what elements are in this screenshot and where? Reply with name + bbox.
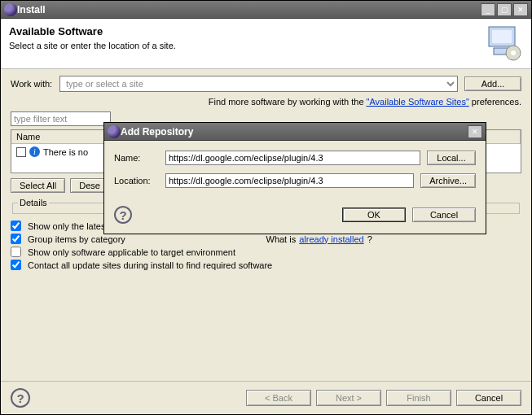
eclipse-icon (108, 125, 121, 138)
dialog-close-button[interactable]: ✕ (468, 125, 482, 138)
wizard-header: Available Software Select a site or ente… (1, 19, 531, 69)
main-titlebar: Install _ ▢ ✕ (1, 1, 531, 19)
dialog-title: Add Repository (121, 126, 466, 138)
page-subtitle: Select a site or enter the location of a… (9, 41, 482, 50)
install-banner-icon (482, 25, 523, 62)
info-icon: i (29, 146, 40, 157)
page-title: Available Software (9, 25, 482, 37)
row-checkbox[interactable] (16, 147, 26, 157)
finish-button[interactable]: Finish (386, 390, 451, 406)
wizard-footer: ? < Back Next > Finish Cancel (1, 381, 531, 414)
check-contact-sites[interactable]: Contact all update sites during install … (11, 260, 521, 270)
location-field[interactable] (165, 173, 414, 188)
work-with-combo[interactable]: type or select a site (59, 76, 458, 92)
location-label: Location: (114, 176, 159, 186)
help-icon[interactable]: ? (11, 388, 30, 408)
name-label: Name: (114, 153, 159, 163)
maximize-button[interactable]: ▢ (497, 3, 512, 16)
check-group-category[interactable]: Group items by category (11, 234, 266, 244)
cancel-button[interactable]: Cancel (456, 390, 521, 406)
row-message: There is no (43, 147, 88, 157)
close-button[interactable]: ✕ (513, 3, 528, 16)
eclipse-icon (4, 3, 17, 16)
software-sites-hint: Find more software by working with the "… (11, 97, 521, 107)
already-installed-link[interactable]: already installed (299, 234, 364, 244)
svg-rect-1 (492, 30, 512, 43)
local-button[interactable]: Local... (427, 151, 476, 165)
ok-button[interactable]: OK (342, 208, 406, 222)
check-target-env[interactable]: Show only software applicable to target … (11, 247, 521, 257)
dialog-cancel-button[interactable]: Cancel (412, 208, 476, 222)
add-button[interactable]: Add... (464, 76, 521, 91)
minimize-button[interactable]: _ (481, 3, 495, 16)
details-legend: Details (18, 198, 49, 208)
work-with-label: Work with: (11, 79, 59, 89)
filter-input[interactable] (11, 111, 111, 126)
back-button[interactable]: < Back (246, 390, 311, 406)
name-field[interactable] (165, 151, 420, 165)
whatis-label: What is already installed? (266, 234, 522, 244)
window-title: Install (17, 4, 479, 15)
select-all-button[interactable]: Select All (11, 178, 65, 193)
archive-button[interactable]: Archive... (420, 173, 476, 188)
dialog-help-icon[interactable]: ? (114, 206, 132, 224)
svg-point-4 (511, 50, 516, 55)
dialog-titlebar: Add Repository ✕ (104, 123, 486, 141)
available-sites-link[interactable]: "Available Software Sites" (367, 97, 469, 107)
next-button[interactable]: Next > (316, 390, 381, 406)
